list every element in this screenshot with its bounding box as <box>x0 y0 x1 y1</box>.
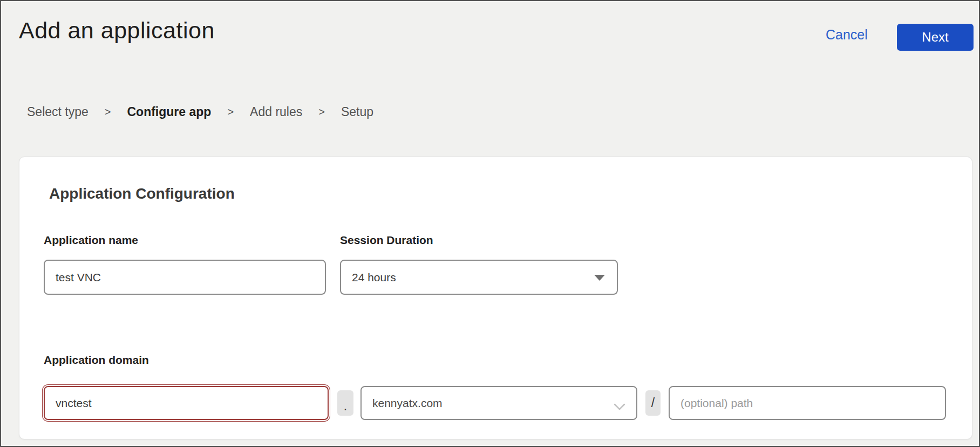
session-duration-select[interactable]: 24 hours <box>340 260 618 295</box>
path-input[interactable] <box>669 386 946 420</box>
page-title: Add an application <box>19 17 215 44</box>
step-configure-app[interactable]: Configure app <box>127 105 211 119</box>
dot-separator: . <box>337 390 353 416</box>
breadcrumb-separator: > <box>318 106 325 118</box>
application-name-input[interactable] <box>44 260 326 295</box>
breadcrumb-separator: > <box>227 106 234 118</box>
session-duration-label: Session Duration <box>340 234 433 247</box>
application-domain-label: Application domain <box>44 354 149 367</box>
dropdown-caret-icon <box>594 275 605 281</box>
application-configuration-card: Application Configuration Application na… <box>19 157 972 439</box>
subdomain-input[interactable] <box>44 386 329 420</box>
next-button[interactable]: Next <box>897 24 974 51</box>
breadcrumb-separator: > <box>105 106 111 118</box>
application-name-label: Application name <box>44 234 138 247</box>
step-add-rules[interactable]: Add rules <box>250 105 302 119</box>
slash-separator: / <box>645 390 661 416</box>
step-select-type[interactable]: Select type <box>27 105 89 119</box>
breadcrumb: Select type > Configure app > Add rules … <box>27 105 373 119</box>
session-duration-value: 24 hours <box>352 271 396 284</box>
cancel-button[interactable]: Cancel <box>826 27 868 43</box>
card-heading: Application Configuration <box>49 185 235 202</box>
chevron-down-icon <box>614 400 625 413</box>
domain-select[interactable]: kennyatx.com <box>360 386 637 420</box>
step-setup[interactable]: Setup <box>341 105 373 119</box>
window: Add an application Cancel Next Select ty… <box>0 0 980 447</box>
domain-selected-value: kennyatx.com <box>372 397 443 410</box>
